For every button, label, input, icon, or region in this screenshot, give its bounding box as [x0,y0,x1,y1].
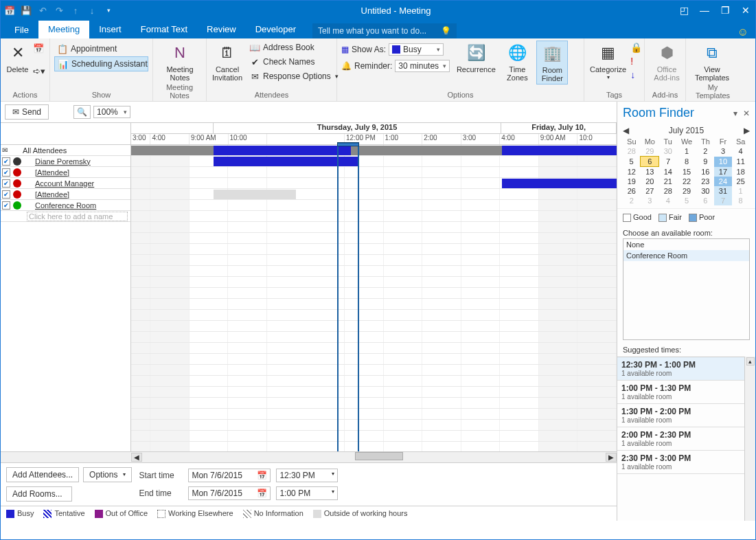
meeting-notes-button[interactable]: N Meeting Notes [157,41,203,83]
calendar-day[interactable]: 1 [677,146,697,157]
attendee-row[interactable]: ✔Conference Room [1,200,130,211]
calendar-day[interactable]: 13 [641,167,659,177]
calendar-day[interactable]: 17 [714,167,732,177]
calendar-day[interactable]: 28 [623,146,641,157]
room-list[interactable]: None Conference Room [623,238,750,340]
next-month-icon[interactable]: ▶ [744,126,750,135]
calendar-day[interactable]: 7 [659,157,677,167]
tell-me-search[interactable]: Tell me what you want to do... 💡 [312,23,457,38]
calendar-day[interactable]: 9 [697,157,715,167]
zoom-combo[interactable]: 100%▾ [93,106,130,118]
calendar-day[interactable]: 30 [697,186,715,196]
prev-month-icon[interactable]: ◀ [623,126,629,135]
office-addins-button[interactable]: ⬢ Office Add-ins [649,41,685,83]
calendar-day[interactable]: 22 [677,177,697,186]
close-icon[interactable]: ✕ [739,5,753,16]
suggested-scrollbar[interactable]: ▴ [744,357,755,521]
checkbox-icon[interactable]: ✔ [2,190,10,199]
checkbox-icon[interactable]: ✔ [2,157,10,166]
room-finder-button[interactable]: 🏢 Room Finder [536,41,568,85]
maximize-icon[interactable]: ❐ [718,5,732,16]
delete-button[interactable]: ✕ Delete [5,41,30,75]
calendar-day[interactable]: 3 [641,196,659,205]
calendar-day[interactable]: 20 [641,177,659,186]
add-rooms-button[interactable]: Add Rooms... [6,486,72,502]
calendar-day[interactable]: 27 [641,186,659,196]
cancel-invitation-button[interactable]: 🗓 Cancel Invitation [211,41,244,83]
calendar-day[interactable]: 3 [714,146,732,157]
calendar-day[interactable]: 25 [732,177,750,186]
feedback-smiley-icon[interactable]: ☺ [737,26,748,38]
calendar-day[interactable]: 16 [697,167,715,177]
save-icon[interactable]: 💾 [20,4,32,16]
ribbon-display-icon[interactable]: ◰ [677,5,691,16]
show-as-combo[interactable]: Busy▾ [389,43,444,56]
checkbox-icon[interactable]: ✔ [2,168,10,177]
start-time-input[interactable]: 12:30 PM▾ [276,469,338,482]
time-zones-button[interactable]: 🌐 Time Zones [502,41,532,83]
checkbox-icon[interactable]: ✔ [2,201,10,210]
pane-close-icon[interactable]: ✕ [743,109,750,118]
attendee-row[interactable]: ✔Account Manager [1,178,130,189]
options-button[interactable]: Options▾ [83,467,132,482]
next-icon[interactable]: ↓ [86,4,98,16]
suggested-time[interactable]: 1:30 PM - 2:00 PM1 available room [617,404,744,427]
minimize-icon[interactable]: — [698,5,711,16]
undo-icon[interactable]: ↶ [36,4,49,16]
tab-review[interactable]: Review [197,21,246,38]
calendar-day[interactable]: 28 [659,186,677,196]
recurrence-button[interactable]: 🔄 Recurrence [454,41,498,75]
calendar-day[interactable]: 8 [677,157,697,167]
add-attendees-button[interactable]: Add Attendees... [6,467,79,482]
calendar-day[interactable]: 18 [732,167,750,177]
attendee-row[interactable]: ✔[Attendee] [1,167,130,178]
zoom-icon[interactable]: 🔍 [73,105,91,119]
calendar-day[interactable]: 24 [714,177,732,186]
pane-dropdown-icon[interactable]: ▾ [733,109,737,118]
calendar-day[interactable]: 5 [623,157,641,167]
calendar-day[interactable]: 10 [714,157,732,167]
scroll-right-icon[interactable]: ▶ [606,453,617,462]
calendar-day[interactable]: 29 [677,186,697,196]
qat-more-icon[interactable]: ▾ [102,4,115,16]
private-icon[interactable]: 🔒 [630,42,642,53]
scroll-left-icon[interactable]: ◀ [131,453,142,462]
suggested-time[interactable]: 2:30 PM - 3:00 PM1 available room [617,451,744,474]
calendar-day[interactable]: 29 [641,146,659,157]
appointment-button[interactable]: 📋Appointment [54,42,148,56]
calendar-day[interactable]: 21 [659,177,677,186]
tab-developer[interactable]: Developer [246,21,306,38]
high-importance-icon[interactable]: ! [630,56,642,67]
end-time-input[interactable]: 1:00 PM▾ [276,486,338,500]
attendee-row[interactable]: ✔[Attendee] [1,189,130,200]
room-conference[interactable]: Conference Room [623,250,749,261]
tab-insert[interactable]: Insert [89,21,131,38]
attendee-row[interactable]: ✔Diane Poremsky [1,156,130,167]
check-names-button[interactable]: ✔Check Names [247,55,341,69]
calendar-day[interactable]: 2 [623,196,641,205]
redo-icon[interactable]: ↷ [53,4,65,16]
calendar-day[interactable]: 30 [659,146,677,157]
calendar-day[interactable]: 8 [732,196,750,205]
response-options-button[interactable]: ✉Response Options▾ [247,69,341,83]
calendar-day[interactable]: 4 [659,196,677,205]
calendar-picker-icon[interactable]: 📅 [257,471,267,480]
scroll-thumb[interactable] [355,452,403,460]
previous-icon[interactable]: ↑ [69,4,82,16]
calendar-day[interactable]: 31 [714,186,732,196]
view-templates-button[interactable]: ⧉ View Templates [690,41,734,83]
calendar-day[interactable]: 26 [623,186,641,196]
calendar-day[interactable]: 1 [732,186,750,196]
calendar-icon[interactable]: 📅 [33,43,45,54]
suggested-time[interactable]: 1:00 PM - 1:30 PM1 available room [617,381,744,404]
calendar-day[interactable]: 5 [677,196,697,205]
calendar-day[interactable]: 14 [659,167,677,177]
calendar-day[interactable]: 12 [623,167,641,177]
calendar-picker-icon[interactable]: 📅 [257,488,267,498]
tab-file[interactable]: File [5,21,38,38]
tab-format-text[interactable]: Format Text [131,21,197,38]
send-button[interactable]: ✉Send [5,104,49,120]
reminder-combo[interactable]: 30 minutes▾ [395,60,450,72]
calendar-day[interactable]: 15 [677,167,697,177]
calendar-day[interactable]: 23 [697,177,715,186]
